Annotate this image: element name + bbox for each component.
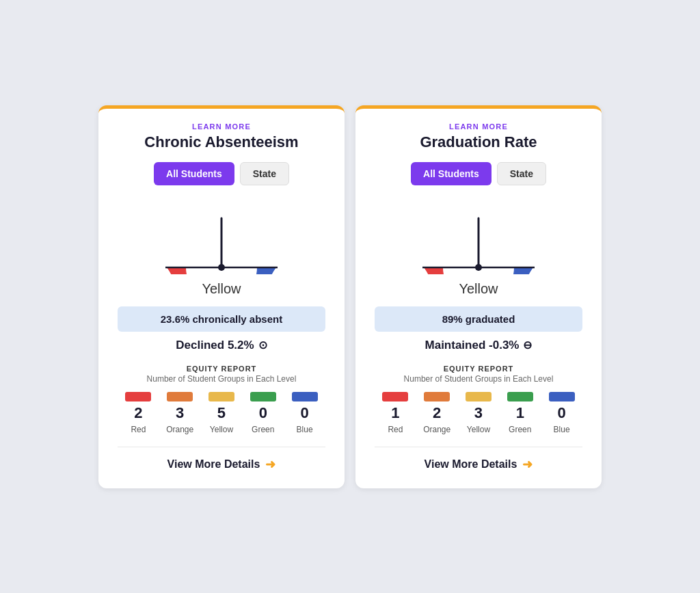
arrow-right-icon: ➜	[522, 457, 533, 472]
equity-title: EQUITY REPORT	[375, 365, 582, 373]
equity-number-blue: 0	[300, 404, 308, 422]
toggle-all-students[interactable]: All Students	[154, 162, 234, 185]
card-title: Chronic Absenteeism	[144, 133, 298, 151]
equity-item-yellow: 5 Yellow	[201, 392, 243, 434]
equity-item-blue: 0 Blue	[541, 392, 582, 434]
toggle-group: All Students State	[411, 162, 546, 185]
equity-grid: 2 Red 3 Orange 5 Yellow 0 Green	[118, 392, 325, 434]
trend-icon: ⊙	[258, 339, 267, 352]
equity-number-green: 0	[259, 404, 267, 422]
card-content: LEARN MORE Chronic Absenteeism All Stude…	[98, 109, 345, 365]
learn-more-label[interactable]: LEARN MORE	[192, 122, 251, 131]
arrow-right-icon: ➜	[265, 457, 275, 472]
trend-text: Maintained -0.3% ⊖	[425, 339, 533, 352]
card-content: LEARN MORE Graduation Rate All Students …	[355, 109, 602, 365]
equity-grid: 1 Red 2 Orange 3 Yellow 1 Green	[375, 392, 582, 434]
equity-item-green: 1 Green	[499, 392, 541, 434]
gauge-status-label: Yellow	[202, 281, 241, 297]
equity-label-orange: Orange	[166, 425, 193, 434]
equity-number-yellow: 3	[474, 404, 483, 422]
cards-container: LEARN MORE Chronic Absenteeism All Stude…	[85, 92, 615, 502]
gauge-chronic-absenteeism	[153, 199, 290, 274]
equity-number-red: 1	[391, 404, 399, 422]
equity-color-green	[507, 392, 533, 401]
equity-color-red	[382, 392, 408, 401]
equity-label-blue: Blue	[554, 425, 570, 434]
equity-number-red: 2	[134, 404, 142, 422]
equity-color-blue	[549, 392, 575, 401]
view-more-button[interactable]: View More Details ➜	[355, 457, 602, 472]
toggle-all-students[interactable]: All Students	[411, 162, 492, 185]
view-more-label: View More Details	[167, 458, 260, 471]
equity-label-red: Red	[131, 425, 146, 434]
equity-item-red: 1 Red	[375, 392, 416, 434]
toggle-group: All Students State	[154, 162, 289, 185]
equity-color-orange	[424, 392, 450, 401]
equity-item-green: 0 Green	[242, 392, 284, 434]
equity-color-yellow	[208, 392, 234, 401]
equity-subtitle: Number of Student Groups in Each Level	[118, 374, 325, 384]
equity-item-blue: 0 Blue	[284, 392, 325, 434]
equity-number-orange: 2	[433, 404, 441, 422]
equity-label-green: Green	[252, 425, 274, 434]
svg-point-7	[475, 264, 482, 271]
toggle-state[interactable]: State	[497, 162, 546, 185]
equity-label-yellow: Yellow	[210, 425, 233, 434]
stat-box: 89% graduated	[375, 306, 582, 332]
equity-label-yellow: Yellow	[467, 425, 490, 434]
equity-label-orange: Orange	[423, 425, 450, 434]
equity-title: EQUITY REPORT	[118, 365, 325, 373]
learn-more-label[interactable]: LEARN MORE	[449, 122, 508, 131]
equity-number-orange: 3	[176, 404, 184, 422]
divider	[118, 447, 325, 447]
trend-icon: ⊖	[523, 339, 532, 352]
card-graduation-rate: LEARN MORE Graduation Rate All Students …	[355, 105, 602, 488]
equity-number-green: 1	[516, 404, 524, 422]
view-more-button[interactable]: View More Details ➜	[98, 457, 345, 472]
equity-color-orange	[167, 392, 193, 401]
card-title: Graduation Rate	[420, 133, 537, 151]
equity-label-green: Green	[509, 425, 531, 434]
equity-section: EQUITY REPORT Number of Student Groups i…	[98, 365, 345, 434]
card-chronic-absenteeism: LEARN MORE Chronic Absenteeism All Stude…	[98, 105, 345, 488]
trend-text: Declined 5.2% ⊙	[176, 339, 267, 352]
equity-item-orange: 2 Orange	[416, 392, 458, 434]
equity-label-red: Red	[388, 425, 403, 434]
toggle-state[interactable]: State	[240, 162, 289, 185]
equity-color-green	[250, 392, 276, 401]
equity-section: EQUITY REPORT Number of Student Groups i…	[355, 365, 602, 434]
view-more-label: View More Details	[425, 458, 517, 471]
equity-number-yellow: 5	[217, 404, 226, 422]
equity-item-orange: 3 Orange	[159, 392, 201, 434]
equity-number-blue: 0	[557, 404, 565, 422]
equity-subtitle: Number of Student Groups in Each Level	[375, 374, 582, 384]
equity-item-red: 2 Red	[118, 392, 159, 434]
equity-item-yellow: 3 Yellow	[458, 392, 500, 434]
gauge-status-label: Yellow	[459, 281, 498, 297]
gauge-graduation-rate	[410, 199, 547, 274]
stat-box: 23.6% chronically absent	[118, 306, 325, 332]
divider	[375, 447, 582, 447]
equity-color-yellow	[466, 392, 492, 401]
svg-point-3	[218, 264, 225, 271]
equity-color-blue	[292, 392, 318, 401]
equity-color-red	[125, 392, 151, 401]
equity-label-blue: Blue	[297, 425, 313, 434]
